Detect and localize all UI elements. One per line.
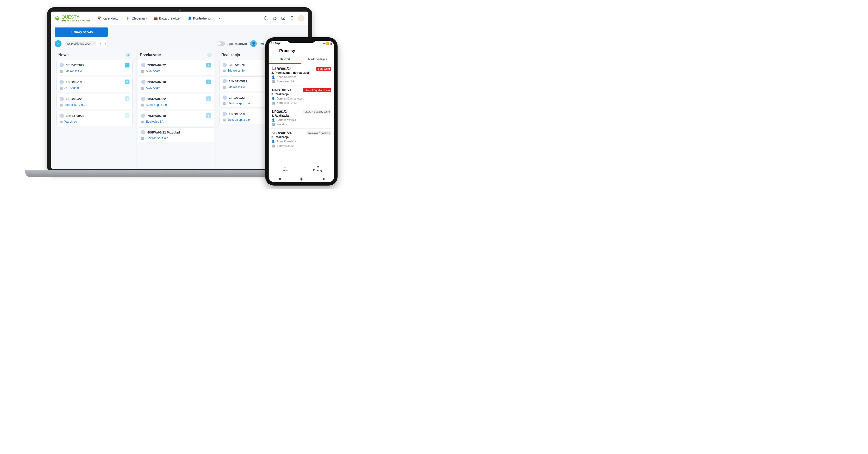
new-service-button[interactable]: ＋ Nowy serwis [55, 28, 108, 37]
process-filter[interactable]: Wszystkie procesy ✕ ✕ ▾ [64, 40, 108, 47]
nav-calendar-label: Kalendarz [102, 17, 118, 20]
kanban-card[interactable]: 1/SRW/09/22 3 🏢 Kornex sp. z o.o. [138, 94, 214, 109]
card-company[interactable]: Elektron sp. z o.o. [146, 136, 169, 140]
process-company: Edelweiss SA [277, 80, 294, 83]
search-icon[interactable] [264, 16, 268, 21]
chevron-down-icon[interactable]: ▾ [104, 42, 106, 45]
mobile-header: ← Procesy [269, 45, 334, 55]
kanban-card[interactable]: 7/SRW/07/18 3 🏢 Edelweiss SA [138, 110, 214, 126]
process-item[interactable]: 1/PG/01/24 około 4 godziny temu 3. Reali… [269, 107, 334, 129]
card-company[interactable]: Kornex sp. z o.o. [146, 103, 167, 106]
time-badge: 2 dni temu [316, 67, 331, 71]
card-company[interactable]: Edelweiss SA [227, 69, 245, 72]
card-company[interactable]: AGD Adam [146, 69, 160, 73]
assignee-avatar [222, 95, 227, 100]
kanban-card[interactable]: 4/SRW/09/22 Przegląd 🏢 Elektron sp. z o.… [138, 127, 214, 142]
process-status: 3. Realizacja [272, 93, 331, 96]
priority-badge: 2 [125, 79, 129, 84]
clipboard-icon[interactable] [289, 16, 294, 21]
card-id: 1/INST/09/22 [66, 114, 84, 118]
assignee-avatar [141, 114, 145, 118]
process-item[interactable]: 4/SRW/01/24 2 dni temu 2. Przekazane - d… [269, 64, 334, 86]
card-company[interactable]: Warski sc. [64, 120, 78, 123]
filter-tag-label: Wszystkie procesy [66, 42, 90, 45]
android-nav-bar: ◀ ◉ ■ [269, 175, 334, 182]
process-company: Edelweiss SA [277, 144, 294, 148]
kanban-card[interactable]: 1/PG/02/19 2 🏢 AGD Adam [56, 77, 133, 92]
kanban-card[interactable]: 1/PG/09/22 4 🏢 Kornex sp. z o.o. [56, 94, 133, 109]
topbar: QUESTY BUSINESS SOFTWARE 📅 Kalendarz ▾ 📋 [51, 11, 308, 25]
close-icon[interactable]: ✕ [92, 42, 94, 45]
kebab-icon: ⋮ [217, 16, 222, 21]
process-company: Warski sc. [277, 123, 290, 126]
kanban-card[interactable]: 3/SRW/09/22 1 🏢 Edelweiss SA [56, 60, 133, 75]
nav-devices[interactable]: 💼 Baza urządzeń [154, 16, 181, 21]
nav-contractors[interactable]: 👤 Kontrahenci [188, 16, 211, 21]
card-company[interactable]: Elektron sp. z o.o. [227, 118, 250, 122]
building-icon: 🏢 [222, 86, 226, 89]
time-badge: za około 2 godziny [306, 131, 331, 135]
mail-icon[interactable] [281, 16, 286, 21]
building-icon: 🏢 [141, 87, 145, 90]
kanban-card[interactable]: 2/SRW/09/22 2 🏢 AGD Adam [138, 60, 214, 75]
process-item[interactable]: 1/INST/01/24 około 17 godzin temu 3. Rea… [269, 86, 334, 107]
back-icon[interactable]: ← [272, 48, 276, 54]
column-header[interactable]: Nowe4 [55, 50, 134, 60]
card-company[interactable]: Kornex sp. z o.o. [64, 103, 86, 106]
building-icon: 🏢 [222, 102, 226, 105]
building-icon: 🏢 [222, 118, 226, 122]
list-icon: ☰ [317, 166, 319, 168]
building-icon: 🏢 [272, 101, 275, 105]
card-company[interactable]: Edelweiss SA [227, 85, 245, 89]
card-company[interactable]: AGD Adam [146, 86, 160, 90]
process-person: Anna Kowalska [277, 75, 297, 79]
card-company[interactable]: Edelweiss SA [64, 69, 82, 73]
list-icon: 📋 [127, 17, 131, 20]
process-person: Damian Damianowski [277, 97, 305, 100]
card-id: 1/INST/05/22 [229, 79, 247, 83]
logo-icon [55, 16, 60, 21]
kanban-card[interactable]: 1/INST/09/22 5 🏢 Warski sc. [56, 110, 133, 126]
bottom-nav-procesy[interactable]: ☰ Procesy [301, 162, 334, 175]
user-icon: 👤 [272, 75, 275, 79]
chevron-down-icon: ▾ [146, 17, 147, 20]
user-icon: 👤 [272, 140, 275, 143]
nav-more[interactable]: ⋮ [217, 16, 222, 21]
column-title: Nowe [58, 53, 69, 57]
clear-icon[interactable]: ✕ [98, 42, 102, 45]
calendar-icon: 📅 [97, 17, 101, 20]
user-avatar[interactable] [298, 15, 305, 22]
building-icon: 🏢 [141, 137, 145, 140]
tab-upcoming[interactable]: Nadchodzące [301, 55, 334, 64]
assignee-avatar [141, 97, 145, 101]
chat-icon[interactable] [272, 16, 277, 21]
card-company[interactable]: Edelweiss SA [146, 120, 163, 123]
android-home-icon[interactable]: ◉ [300, 176, 303, 181]
kanban-card[interactable]: 2/SRW/07/18 2 🏢 AGD Adam [138, 77, 214, 92]
user-filter-1[interactable]: 👤 [250, 40, 257, 47]
assignee-avatar [222, 112, 227, 116]
tab-today[interactable]: Na dziś [269, 55, 301, 64]
priority-badge: 3 [206, 113, 211, 118]
column-header[interactable]: Przekazane5 [136, 50, 216, 60]
process-id: 1/PG/01/24 [272, 110, 289, 114]
android-recents-icon[interactable]: ■ [322, 176, 325, 181]
assignee-avatar [60, 63, 64, 67]
nav-calendar[interactable]: 📅 Kalendarz ▾ [97, 16, 120, 21]
bottom-nav-home[interactable]: ⌂ Home [269, 162, 301, 175]
switch[interactable] [217, 41, 225, 46]
android-back-icon[interactable]: ◀ [278, 176, 281, 181]
app-logo[interactable]: QUESTY BUSINESS SOFTWARE [55, 15, 91, 22]
card-company[interactable]: AGD Adam [64, 86, 79, 90]
mobile-process-list[interactable]: 4/SRW/01/24 2 dni temu 2. Przekazane - d… [269, 64, 334, 162]
clear-filters-button[interactable]: ✕ [55, 40, 61, 47]
building-icon: 🏢 [60, 120, 63, 123]
subordinates-toggle[interactable]: z podwładnymi [217, 41, 248, 46]
mobile-app: 11:50 ◤ ••• 📶 ▮ ← Procesy Na dziś Nadcho… [269, 41, 334, 182]
time-badge: około 17 godzin temu [303, 88, 331, 92]
card-company[interactable]: Elektron sp. z o.o. [227, 102, 250, 105]
phone-notch [287, 37, 316, 43]
process-item[interactable]: 5/SRW/01/24 za około 2 godziny 3. Realiz… [269, 129, 334, 150]
column-title: Przekazane [140, 53, 161, 57]
nav-orders[interactable]: 📋 Zlecenia ▾ [127, 16, 148, 21]
